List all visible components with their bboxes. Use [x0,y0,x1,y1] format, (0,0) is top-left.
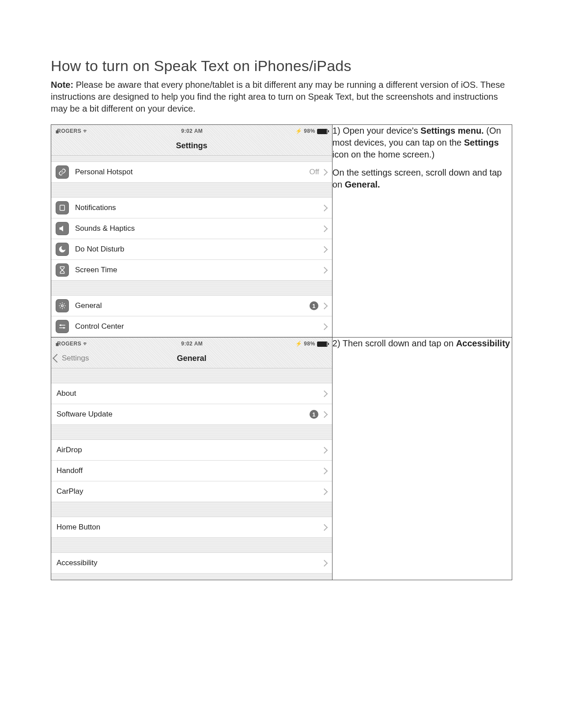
settings-row-general[interactable]: General 1 [51,295,332,316]
hourglass-icon [56,263,69,277]
settings-row-dnd[interactable]: Do Not Disturb [51,239,332,260]
row-label: Home Button [57,523,322,532]
chevron-right-icon [321,204,328,211]
settings-row-sounds[interactable]: Sounds & Haptics [51,218,332,239]
settings-row-controlcenter[interactable]: Control Center [51,316,332,337]
svg-point-2 [60,325,61,326]
general-row-software-update[interactable]: Software Update 1 [51,404,332,425]
row-label: Software Update [57,410,310,419]
chevron-right-icon [321,266,328,274]
settings-row-notifications[interactable]: Notifications [51,197,332,218]
row-label: AirDrop [57,446,322,454]
steps-table: ROGERS ᯤ 9:02 AM ⚡ 98% Settings Personal… [51,124,512,580]
status-carrier: ROGERS ᯤ [56,341,89,347]
chevron-right-icon [321,447,328,454]
chevron-right-icon [321,390,328,397]
step2-instructions: 2) Then scroll down and tap on Accessibi… [332,338,512,580]
row-label: Screen Time [75,266,322,274]
chevron-left-icon [53,354,61,363]
note-label: Note: [51,80,73,90]
general-row-handoff[interactable]: Handoff [51,460,332,481]
row-label: Accessibility [57,559,322,567]
general-row-home-button[interactable]: Home Button [51,517,332,538]
chevron-right-icon [321,323,328,330]
status-battery: ⚡ 98% [295,128,328,134]
screenshot-general: ROGERS ᯤ 9:02 AM ⚡ 98% Settings General [51,338,332,580]
status-battery: ⚡ 98% [295,341,328,347]
row-label: Notifications [75,203,322,212]
svg-point-1 [61,305,64,307]
chevron-right-icon [321,302,328,309]
chevron-right-icon [321,559,328,567]
moon-icon [56,243,69,256]
general-row-accessibility[interactable]: Accessibility [51,552,332,574]
screenshot-settings: ROGERS ᯤ 9:02 AM ⚡ 98% Settings Personal… [51,125,332,337]
step1-screenshot-cell: ROGERS ᯤ 9:02 AM ⚡ 98% Settings Personal… [51,125,333,338]
row-label: About [57,389,322,398]
row-label: Handoff [57,466,322,475]
general-row-carplay[interactable]: CarPlay [51,481,332,502]
settings-row-hotspot[interactable]: Personal Hotspot Off [51,161,332,183]
chevron-right-icon [321,225,328,232]
link-icon [56,165,69,179]
svg-point-3 [63,327,64,329]
page-title: How to turn on Speak Text on iPhones/iPa… [51,57,512,75]
general-row-about[interactable]: About [51,383,332,404]
chevron-right-icon [321,524,328,531]
gear-icon [56,299,69,312]
row-detail: Off [309,168,319,176]
row-label: General [75,301,310,310]
notification-badge: 1 [310,301,318,310]
general-row-airdrop[interactable]: AirDrop [51,439,332,461]
note-text: Please be aware that every phone/tablet … [51,80,505,113]
svg-rect-0 [60,205,65,210]
sliders-icon [56,320,69,333]
row-label: Personal Hotspot [75,168,309,176]
status-time: 9:02 AM [181,128,203,134]
row-label: Sounds & Haptics [75,224,322,233]
chevron-right-icon [321,467,328,474]
status-bar: ROGERS ᯤ 9:02 AM ⚡ 98% [51,125,332,136]
nav-title: Settings [176,141,207,150]
notification-icon [56,201,69,214]
chevron-right-icon [321,246,328,253]
note-paragraph: Note: Please be aware that every phone/t… [51,79,512,115]
chevron-right-icon [321,488,328,495]
status-bar: ROGERS ᯤ 9:02 AM ⚡ 98% [51,338,332,349]
nav-title: General [177,354,206,363]
back-button[interactable]: Settings [54,354,89,363]
row-label: CarPlay [57,487,322,496]
status-carrier: ROGERS ᯤ [56,128,89,134]
speaker-icon [56,222,69,235]
nav-bar: Settings General [51,349,332,368]
row-label: Do Not Disturb [75,245,322,254]
row-label: Control Center [75,322,322,331]
back-label: Settings [62,354,89,363]
nav-bar: Settings [51,136,332,156]
notification-badge: 1 [310,410,318,419]
status-time: 9:02 AM [181,341,203,347]
settings-row-screentime[interactable]: Screen Time [51,259,332,281]
step2-screenshot-cell: ROGERS ᯤ 9:02 AM ⚡ 98% Settings General [51,338,333,580]
chevron-right-icon [321,169,328,176]
step1-instructions: 1) Open your device's Settings menu. (On… [332,125,512,338]
chevron-right-icon [321,411,328,418]
